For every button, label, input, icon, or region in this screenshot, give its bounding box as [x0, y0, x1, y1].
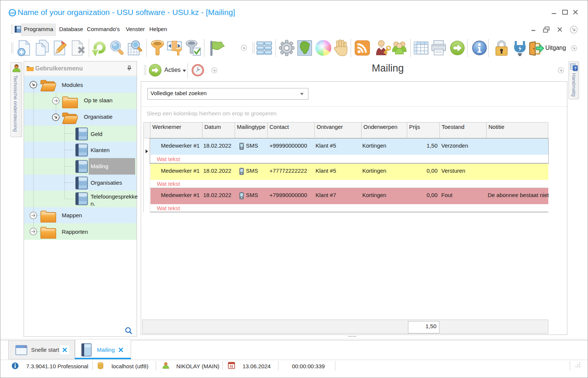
svg-text:?: ?	[574, 66, 577, 70]
svg-text:31: 31	[229, 365, 233, 368]
svg-text:USU: USU	[10, 12, 15, 14]
